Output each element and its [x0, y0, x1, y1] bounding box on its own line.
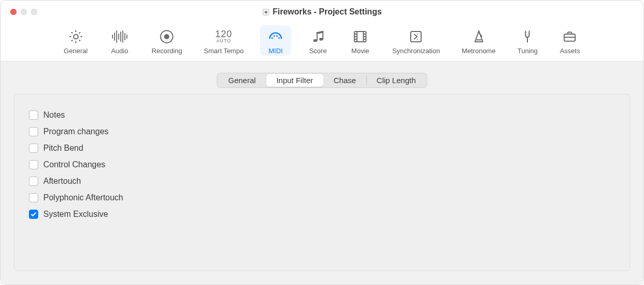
- checkbox-polyphonic-aftertouch[interactable]: [29, 193, 38, 202]
- toolbar-label: Movie: [351, 47, 369, 55]
- close-button[interactable]: [10, 9, 17, 15]
- toolbar-item-movie[interactable]: Movie: [345, 25, 376, 56]
- checkbox-label: Aftertouch: [43, 177, 81, 186]
- toolbar-label: Assets: [560, 47, 580, 55]
- tab-general[interactable]: General: [218, 74, 266, 87]
- smart-tempo-icon: 120 AUTO: [215, 27, 233, 46]
- checkbox-row-control-changes: Control Changes: [29, 156, 615, 173]
- checkbox-row-system-exclusive: System Exclusive: [29, 206, 615, 223]
- checkbox-aftertouch[interactable]: [29, 177, 38, 186]
- checkbox-label: Notes: [43, 110, 65, 120]
- checkbox-row-aftertouch: Aftertouch: [29, 173, 615, 189]
- sync-icon: [407, 27, 425, 46]
- zoom-button[interactable]: [31, 9, 37, 15]
- window-title: Fireworks - Project Settings: [272, 7, 382, 17]
- toolbar-item-assets[interactable]: Assets: [554, 25, 585, 56]
- checkbox-label: Pitch Bend: [43, 144, 83, 153]
- svg-point-15: [276, 35, 278, 37]
- checkbox-row-program-changes: Program changes: [29, 123, 615, 140]
- checkbox-label: System Exclusive: [43, 210, 108, 219]
- tab-clip-length[interactable]: Clip Length: [366, 74, 426, 87]
- briefcase-icon: [560, 27, 579, 46]
- toolbar-label: Tuning: [518, 47, 538, 55]
- toolbar-item-score[interactable]: Score: [302, 25, 333, 56]
- checkbox-label: Program changes: [43, 127, 108, 136]
- svg-point-16: [278, 37, 280, 39]
- project-icon: [262, 8, 269, 15]
- segmented-control: General Input Filter Chase Clip Length: [217, 73, 427, 88]
- checkbox-label: Polyphonic Aftertouch: [43, 193, 123, 202]
- toolbar-item-recording[interactable]: Recording: [147, 25, 187, 56]
- input-filter-panel: Notes Program changes Pitch Bend Control…: [14, 94, 630, 271]
- checkbox-row-notes: Notes: [29, 107, 615, 123]
- toolbar-label: MIDI: [268, 47, 282, 55]
- toolbar-label: General: [64, 47, 88, 55]
- toolbar-item-smart-tempo[interactable]: 120 AUTO Smart Tempo: [199, 25, 249, 56]
- toolbar-label: Metronome: [462, 47, 496, 55]
- window: Fireworks - Project Settings General Aud…: [0, 0, 644, 285]
- record-icon: [157, 27, 176, 46]
- midi-icon: [266, 27, 285, 46]
- score-icon: [309, 27, 327, 46]
- toolbar-label: Smart Tempo: [204, 47, 244, 55]
- checkbox-notes[interactable]: [29, 110, 38, 120]
- minimize-button[interactable]: [21, 9, 27, 15]
- gear-icon: [67, 27, 85, 46]
- metronome-icon: [470, 27, 488, 46]
- svg-point-12: [164, 34, 169, 39]
- toolbar-label: Synchronization: [392, 47, 440, 55]
- checkbox-control-changes[interactable]: [29, 160, 38, 169]
- toolbar-item-tuning[interactable]: Tuning: [512, 25, 543, 56]
- toolbar-item-midi[interactable]: MIDI: [260, 25, 291, 56]
- toolbar-item-metronome[interactable]: Metronome: [457, 25, 501, 56]
- filmstrip-icon: [351, 27, 369, 46]
- checkbox-label: Control Changes: [43, 160, 105, 169]
- svg-point-1: [265, 10, 267, 13]
- tuning-fork-icon: [518, 27, 537, 46]
- svg-point-14: [273, 35, 275, 37]
- toolbar-item-audio[interactable]: Audio: [104, 25, 135, 56]
- checkbox-row-polyphonic-aftertouch: Polyphonic Aftertouch: [29, 189, 615, 206]
- checkbox-system-exclusive[interactable]: [29, 210, 38, 219]
- checkbox-row-pitch-bend: Pitch Bend: [29, 140, 615, 156]
- content-area: General Input Filter Chase Clip Length N…: [1, 61, 643, 284]
- toolbar: General Audio Recording 120 AUTO: [1, 23, 643, 61]
- svg-rect-30: [411, 31, 421, 42]
- toolbar-label: Score: [309, 47, 327, 55]
- checkbox-program-changes[interactable]: [29, 127, 38, 136]
- toolbar-item-synchronization[interactable]: Synchronization: [387, 25, 445, 56]
- waveform-icon: [110, 27, 129, 46]
- svg-point-13: [271, 37, 273, 39]
- titlebar: Fireworks - Project Settings: [1, 1, 643, 23]
- tab-chase[interactable]: Chase: [324, 74, 366, 87]
- toolbar-label: Recording: [152, 47, 182, 55]
- tab-input-filter[interactable]: Input Filter: [266, 74, 324, 87]
- toolbar-item-general[interactable]: General: [59, 25, 93, 56]
- checkbox-pitch-bend[interactable]: [29, 144, 38, 153]
- window-controls: [10, 9, 37, 15]
- toolbar-label: Audio: [111, 47, 128, 55]
- svg-point-2: [73, 35, 78, 39]
